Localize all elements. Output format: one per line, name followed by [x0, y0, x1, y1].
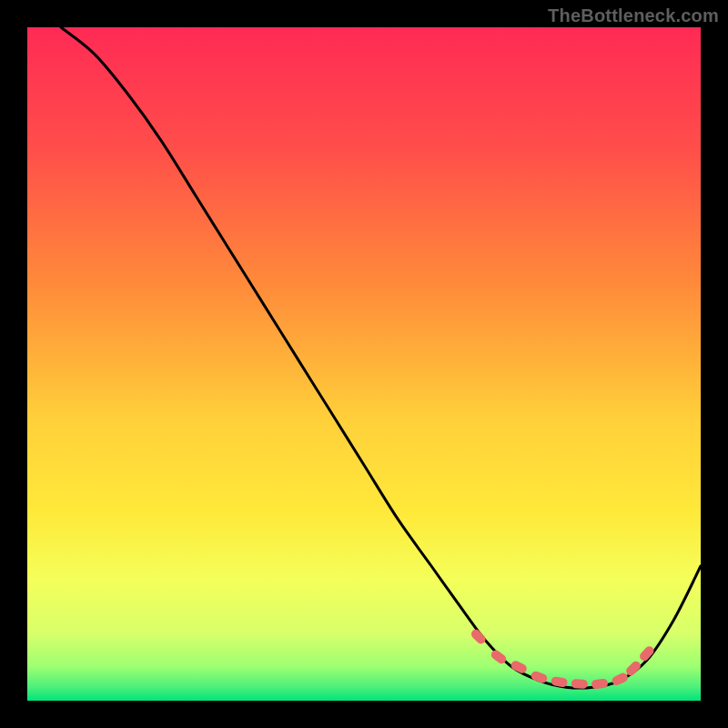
chart-svg: [27, 27, 701, 701]
watermark-text: TheBottleneck.com: [548, 5, 719, 26]
plot-area: [27, 27, 701, 701]
marker-dot: [624, 660, 642, 678]
marker-dot: [591, 678, 608, 689]
marker-dot: [470, 628, 488, 646]
chart-frame: TheBottleneck.com: [0, 0, 728, 728]
optimal-range-markers: [470, 628, 656, 690]
marker-dot: [571, 679, 588, 689]
bottleneck-curve-line: [61, 27, 701, 688]
